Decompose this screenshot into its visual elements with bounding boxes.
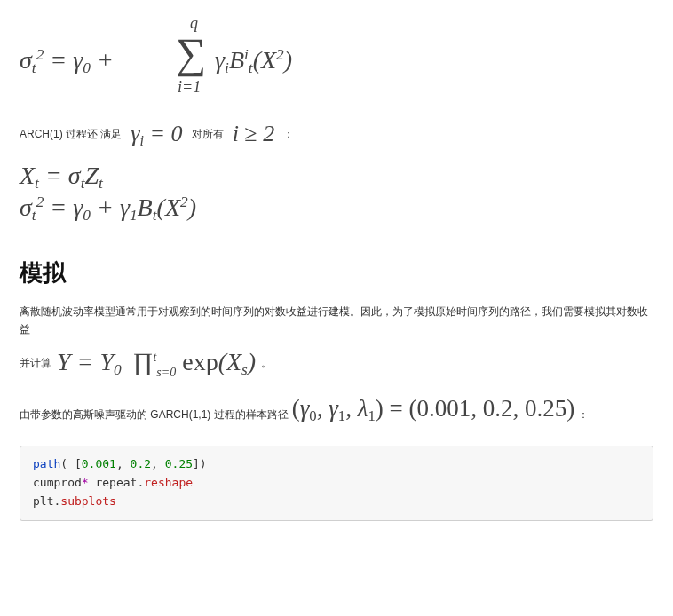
eq1-right: γiBit(X2) xyxy=(215,46,292,75)
simulation-intro-paragraph: 离散随机波动率模型通常用于对观察到的时间序列的对数收益进行建模。因此，为了模拟原… xyxy=(20,303,653,339)
arch1-condition-paragraph: ARCH(1) 过程还 满足 γi = 0 对所有 i ≥ 2 ： xyxy=(20,121,653,147)
eq-sigma-line: σt2 = γ0 + γ1Bt(X2) xyxy=(20,193,653,222)
sigma-sum-symbol: ∑ xyxy=(176,28,206,77)
eq1-left: σt2 = γ0 + xyxy=(20,46,114,75)
code-fn-path: path xyxy=(33,457,60,470)
heading-simulation: 模拟 xyxy=(20,257,653,288)
eq-xt-line: Xt = σtZt xyxy=(20,162,653,190)
sample-path-suffix: ： xyxy=(578,407,589,423)
arch1-gamma-eq-zero: γi = 0 xyxy=(127,121,186,147)
arch1-prefix-text: ARCH(1) 过程还 满足 xyxy=(20,127,122,142)
y-product-formula: Y = Y0 ∏ts=0 exp(Xs) xyxy=(57,348,256,380)
arch1-suffix-colon: ： xyxy=(283,127,294,142)
equation-arch1-system: Xt = σtZt σt2 = γ0 + γ1Bt(X2) xyxy=(20,162,653,222)
y-product-suffix: 。 xyxy=(261,356,272,371)
y-product-line: 并计算 Y = Y0 ∏ts=0 exp(Xs) 。 xyxy=(20,348,653,380)
sample-path-prefix: 由带参数的高斯噪声驱动的 GARCH(1,1) 过程的样本路径 xyxy=(20,407,289,423)
code-cell[interactable]: path( [0.001, 0.2, 0.25]) cumprod* repea… xyxy=(20,446,653,520)
eq1-sum-lower: i=1 xyxy=(178,78,201,97)
arch1-i-ge-2: i ≥ 2 xyxy=(229,121,279,147)
sample-path-params: (γ0, γ1, λ1) = (0.001, 0.2, 0.25) xyxy=(292,395,575,423)
arch1-for-all-text: 对所有 xyxy=(192,127,224,142)
y-product-prefix: 并计算 xyxy=(20,356,51,371)
sample-path-line: 由带参数的高斯噪声驱动的 GARCH(1,1) 过程的样本路径 (γ0, γ1,… xyxy=(20,395,653,423)
equation-sigma-sum: σt2 = γ0 + q ∑ i=1 γiBit(X2) xyxy=(20,20,653,105)
